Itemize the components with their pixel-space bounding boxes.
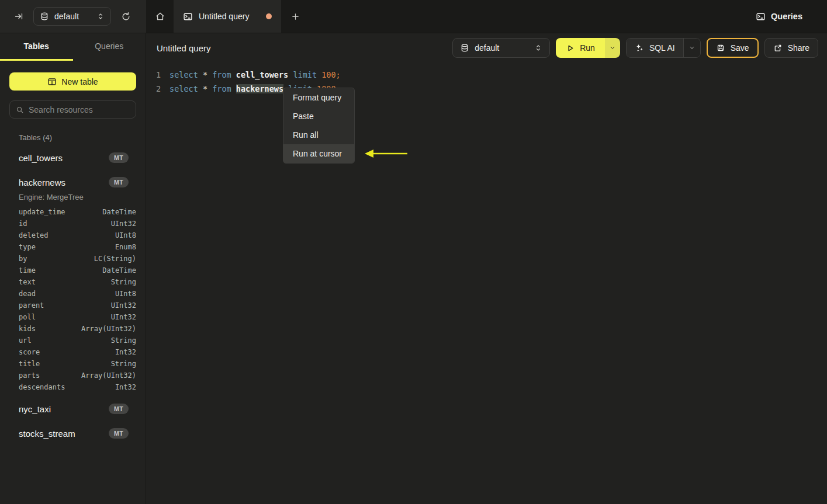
tables-section-label: Tables (4) [9, 133, 136, 142]
queries-icon [756, 12, 766, 22]
code-token: from [212, 84, 231, 93]
search-icon [16, 106, 24, 114]
share-button[interactable]: Share [764, 38, 818, 58]
tab-bar: Untitled query Queries [146, 0, 827, 33]
sql-editor[interactable]: 1select * from cell_towers limit 100;2se… [146, 68, 827, 96]
column-row-dead: deadUInt8 [9, 288, 136, 300]
column-type: UInt32 [111, 313, 136, 321]
code-token: hackernews [236, 84, 283, 93]
column-name: deleted [19, 231, 49, 239]
menu-item-run-at-cursor[interactable]: Run at cursor [283, 144, 354, 163]
sql-ai-label: SQL AI [649, 43, 675, 53]
code-token [231, 70, 236, 79]
database-selector-header[interactable]: default [452, 38, 550, 58]
new-table-button[interactable]: New table [9, 72, 136, 91]
code-token: cell_towers [236, 70, 288, 79]
search-input[interactable] [29, 105, 130, 114]
column-type: Int32 [115, 383, 136, 391]
code-token: * [198, 70, 212, 79]
code-line-1: 1select * from cell_towers limit 100; [146, 68, 827, 82]
queries-button-label: Queries [771, 12, 802, 21]
column-row-score: scoreInt32 [9, 346, 136, 358]
column-type: Enum8 [115, 243, 136, 251]
table-row-nyc_taxi[interactable]: nyc_taxiMT [9, 400, 136, 418]
column-row-update_time: update_timeDateTime [9, 206, 136, 218]
share-icon [773, 43, 783, 53]
query-title: Untitled query [157, 43, 211, 53]
code-token: 100; [321, 70, 341, 79]
column-type: LC(String) [94, 255, 136, 263]
sql-ai-dropdown-caret[interactable] [683, 39, 700, 57]
column-name: title [19, 360, 40, 368]
column-type: String [111, 360, 136, 368]
code-token: select [169, 70, 198, 79]
context-menu: Format queryPasteRun allRun at cursor [283, 88, 355, 164]
column-type: Int32 [115, 348, 136, 356]
new-table-label: New table [61, 77, 98, 86]
column-list: update_timeDateTimeidUInt32deletedUInt8t… [9, 206, 136, 393]
sidebar-tab-tables[interactable]: Tables [0, 33, 73, 61]
home-button[interactable] [146, 0, 174, 33]
engine-label: Engine: MergeTree [9, 193, 136, 201]
menu-item-format-query[interactable]: Format query [283, 88, 354, 107]
main-area: Untitled query default [146, 33, 827, 504]
column-row-title: titleString [9, 358, 136, 370]
sql-ai-button[interactable]: SQL AI [626, 38, 701, 58]
table-row-stocks_stream[interactable]: stocks_streamMT [9, 425, 136, 442]
column-row-parent: parentUInt32 [9, 300, 136, 311]
updown-chevron-icon [96, 12, 105, 20]
column-row-parts: partsArray(UInt32) [9, 370, 136, 381]
column-name: update_time [19, 208, 65, 216]
column-name: type [19, 243, 36, 251]
column-row-descendants: descendantsInt32 [9, 381, 136, 393]
menu-item-paste[interactable]: Paste [283, 107, 354, 126]
table-row-hackernews[interactable]: hackernewsMT [9, 173, 136, 191]
column-row-text: textString [9, 276, 136, 288]
share-button-label: Share [788, 43, 809, 53]
table-grid-icon [47, 77, 57, 86]
save-button[interactable]: Save [707, 38, 759, 58]
column-type: DateTime [102, 266, 136, 274]
queries-button[interactable]: Queries [753, 6, 805, 26]
column-name: descendants [19, 383, 65, 391]
column-name: text [19, 278, 36, 286]
column-type: UInt8 [115, 231, 136, 239]
editor-header: Untitled query default [146, 33, 827, 62]
column-type: UInt32 [111, 220, 136, 228]
engine-badge: MT [109, 177, 129, 188]
column-type: Array(UInt32) [81, 325, 136, 333]
column-name: by [19, 255, 27, 263]
top-bar: default Untitled query Querie [0, 0, 827, 33]
column-name: poll [19, 313, 36, 321]
code-token: select [169, 84, 198, 93]
sidebar: TablesQueries New table Tables (4) cell_… [0, 33, 146, 504]
refresh-icon[interactable] [121, 12, 131, 22]
column-type: UInt32 [111, 301, 136, 310]
code-token: from [212, 70, 231, 79]
collapse-sidebar-icon[interactable] [14, 12, 23, 21]
query-tab-icon [183, 12, 193, 22]
database-icon [40, 12, 49, 21]
query-tab[interactable]: Untitled query [174, 0, 281, 33]
column-row-id: idUInt32 [9, 218, 136, 230]
sidebar-tab-queries[interactable]: Queries [73, 33, 146, 61]
column-type: UInt8 [115, 290, 136, 298]
code-line-2: 2select * from hackernews limit 1000 [146, 82, 827, 96]
column-row-time: timeDateTime [9, 265, 136, 276]
run-button[interactable]: Run [556, 38, 620, 58]
column-name: kids [19, 325, 36, 333]
save-icon [716, 43, 725, 53]
unsaved-dot-indicator [266, 13, 272, 19]
column-row-url: urlString [9, 335, 136, 346]
table-row-cell_towers[interactable]: cell_towersMT [9, 149, 136, 166]
table-list: cell_towersMThackernewsMTEngine: MergeTr… [9, 149, 136, 442]
engine-badge: MT [109, 404, 129, 415]
menu-item-run-all[interactable]: Run all [283, 126, 354, 144]
run-dropdown-caret[interactable] [605, 38, 620, 58]
database-selector-value: default [54, 12, 91, 21]
new-tab-button[interactable] [281, 0, 309, 33]
run-button-label: Run [580, 43, 595, 53]
engine-badge: MT [109, 428, 129, 439]
table-name: nyc_taxi [19, 404, 51, 414]
database-selector-topbar[interactable]: default [33, 7, 111, 26]
